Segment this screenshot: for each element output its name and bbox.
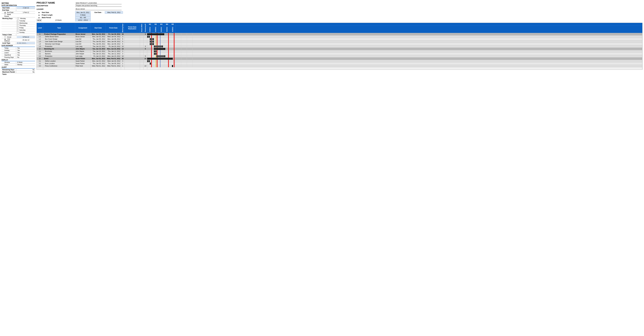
project-name[interactable]: NEW PRODUCT LAUNCHING: [75, 2, 122, 4]
table-row[interactable]: 1.5 Production Lois Lang Tue, Jan 10, 20…: [37, 45, 642, 48]
actual-radio[interactable]: [4, 36, 6, 37]
table-row[interactable]: 3.3 Press Conference Peter Kent Wed, Feb…: [37, 65, 642, 67]
cell-fdr[interactable]: [124, 57, 140, 60]
red-marker: [174, 35, 174, 38]
table-row[interactable]: 1.4 Warranty Card Design Lisa Girl Thu, …: [37, 43, 642, 45]
cell-fdr[interactable]: [124, 48, 140, 50]
end-date-radio[interactable]: [4, 12, 6, 13]
table-row[interactable]: 2.3 Production Lois Lang Fri, Jan 13, 20…: [37, 55, 642, 57]
project-header: PROJECT NAME NEW PRODUCT LAUNCHING DESCR…: [36, 1, 642, 10]
gantt-bar[interactable]: [147, 33, 164, 35]
expand-arrow-icon[interactable]: ▶: [36, 17, 42, 18]
marker-holiday[interactable]: Yes: [17, 49, 35, 51]
table-row[interactable]: 1.3 User Guide Cover Design Lisa Girl Th…: [37, 40, 642, 43]
cell-fdr[interactable]: [124, 53, 140, 55]
cell-finish: Wed, Jan 04, 2012: [106, 60, 121, 62]
cell-fdr[interactable]: [124, 62, 140, 65]
cell-start: Thu, Jan 05, 2012: [90, 62, 106, 65]
marker-passing[interactable]: No: [17, 56, 35, 58]
bar-start-cap: [150, 41, 150, 43]
bar-start-cap: [147, 33, 148, 35]
red-marker: [168, 33, 169, 35]
day-checkbox-tuesday[interactable]: ✓: [17, 20, 18, 22]
cell-fdr[interactable]: [124, 38, 140, 40]
bar-end-cap: [154, 41, 154, 43]
day-checkbox-saturday[interactable]: ✓: [17, 29, 18, 31]
alert-max[interactable]: No: [17, 71, 35, 73]
day-checkbox-thursday[interactable]: ✓: [17, 24, 18, 26]
summary-start: Mon, Jan 02, 2012: [75, 11, 91, 14]
day-checkbox-sunday[interactable]: [17, 31, 18, 33]
table-row[interactable]: 2.2 Banners John Harper Tue, Jan 10, 201…: [37, 52, 642, 55]
week-date: 01/30/12: [170, 26, 176, 33]
description-value[interactable]: Prepare new product launching: [75, 4, 122, 7]
cell-fdr[interactable]: [124, 35, 140, 38]
week-slider[interactable]: ◀ ▶: [37, 19, 42, 21]
day-checkbox-monday[interactable]: ✓: [17, 18, 19, 19]
cell-rw: [144, 35, 147, 38]
red-marker: [174, 43, 174, 45]
cell-wd: 10: [121, 55, 124, 57]
today-marker: [160, 62, 160, 65]
start-date-value[interactable]: 2-Jan-12: [17, 7, 35, 9]
cell-ab: [140, 43, 144, 45]
cell-assign: Peter Kent: [75, 65, 90, 67]
day-checkbox-wednesday[interactable]: ✓: [17, 22, 18, 24]
cell-fdr[interactable]: [124, 45, 140, 48]
bar-end-cap: [149, 60, 150, 62]
alert-remaining[interactable]: No: [17, 69, 35, 71]
cell-assign: Lisa Girl: [75, 40, 90, 43]
cell-fdr[interactable]: [124, 65, 140, 67]
gantt-bar[interactable]: [154, 45, 163, 47]
marker-leave[interactable]: Yes: [17, 52, 35, 54]
level-type-value[interactable]: 1; 1.1; 1.1.1; ..: [17, 42, 35, 44]
actual-value[interactable]: 6-Feb-12: [17, 36, 35, 38]
cell-fdr[interactable]: [124, 60, 140, 62]
expand-arrow-icon[interactable]: ▶: [36, 14, 42, 16]
cell-fdr[interactable]: [124, 40, 140, 43]
table-row[interactable]: 2 Marketing Kit John Wayne Tue, Jan 10, …: [37, 48, 642, 50]
table-row[interactable]: 1.1 Define Brand Name Bruce Jenner Mon, …: [37, 35, 642, 38]
week-period-radio[interactable]: [4, 14, 6, 15]
table-row[interactable]: 3.1 Define Location Sarah Parker Mon, Ja…: [37, 60, 642, 62]
col-working-days: Working Days: [121, 23, 124, 33]
user-defined-radio[interactable]: [4, 39, 6, 40]
cell-fdr[interactable]: [124, 43, 140, 45]
cell-ab: [140, 48, 144, 50]
cell-finish: Mon, Jan 23, 2012: [106, 55, 121, 57]
marker-today[interactable]: Yes: [17, 47, 35, 49]
gantt-bar[interactable]: [147, 58, 173, 60]
cell-start: Tue, Jan 10, 2012: [90, 48, 106, 50]
cell-fdr[interactable]: [124, 55, 140, 57]
day-checkbox-friday[interactable]: ✓: [17, 27, 18, 29]
gantt-bar[interactable]: [154, 48, 165, 50]
today-marker: [160, 35, 160, 38]
bar-start-cap: [147, 36, 148, 38]
cell-wd: 1: [121, 65, 124, 67]
table-row[interactable]: 1.2 Box Cover Design Lisa Girl Thu, Jan …: [37, 38, 642, 40]
bar-end-cap: [149, 36, 150, 38]
cell-start: Thu, Jan 05, 2012: [90, 38, 106, 40]
table-row[interactable]: 2.1 Brochures John Wayne Tue, Jan 10, 20…: [37, 50, 642, 52]
gantt-grid: Level Task Assignment Start Date Finish …: [36, 23, 642, 70]
slider-prev-icon[interactable]: ◀: [37, 19, 39, 21]
display-window[interactable]: 8 Week: [17, 61, 35, 63]
marker-startend[interactable]: Yes: [17, 54, 35, 56]
cell-fdr[interactable]: [124, 33, 140, 35]
bar-end-cap: [156, 53, 156, 55]
display-slider[interactable]: Weekly: [17, 64, 35, 66]
today-marker: [160, 60, 160, 62]
bar-start-cap: [154, 50, 154, 52]
slider-next-icon[interactable]: ▶: [39, 19, 42, 21]
expand-arrow-icon[interactable]: ▶: [36, 12, 42, 13]
table-row[interactable]: 1 Product Package Preparation Bruce Jenn…: [37, 33, 642, 35]
table-row[interactable]: 3.2 Book Location Sarah Parker Thu, Jan …: [37, 62, 642, 65]
table-row[interactable]: 3 Event Sarah Parker Mon, Jan 02, 2012 W…: [37, 57, 642, 60]
gantt-bar[interactable]: [156, 55, 165, 57]
end-date-value[interactable]: 1-Feb-12: [17, 11, 35, 13]
week-header: W2: [153, 23, 158, 26]
cell-fdr[interactable]: [124, 50, 140, 52]
red-marker: [157, 52, 158, 55]
user-defined-value[interactable]: 18-Jan-12: [17, 39, 35, 41]
leader-value[interactable]: Bruce Jenner: [75, 8, 122, 10]
